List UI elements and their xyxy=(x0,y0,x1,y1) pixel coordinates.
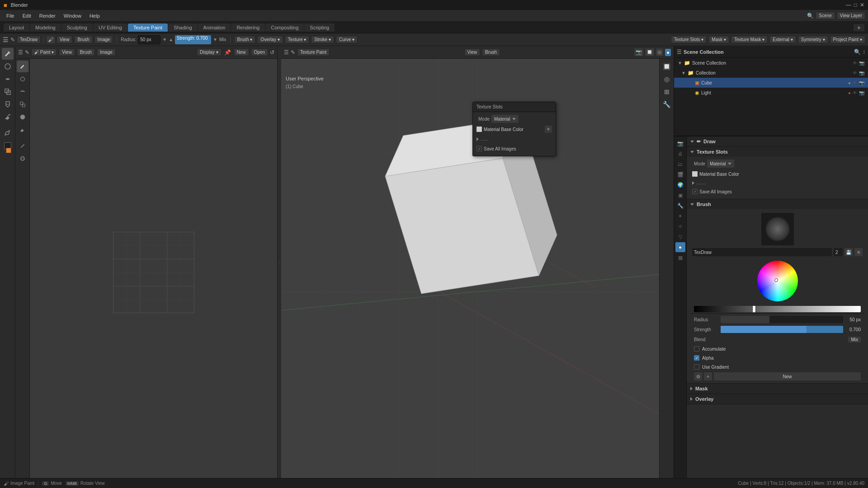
panel-divider[interactable]: ⋮ xyxy=(278,46,281,478)
restrict-icon[interactable]: 📷 xyxy=(859,61,864,66)
add-texture-btn[interactable]: + xyxy=(545,126,552,133)
view-menu[interactable]: View xyxy=(57,36,73,43)
viewport-render-icon[interactable]: 🔲 xyxy=(645,48,654,56)
uv-annotate-tool[interactable] xyxy=(17,140,28,152)
radius-slider-track[interactable] xyxy=(721,316,843,323)
brush-add-icon[interactable]: + xyxy=(704,372,712,380)
outliner-item-light[interactable]: ◉ Light ● 👁 📷 xyxy=(674,88,868,98)
texture-slots-btn[interactable]: Texture Slots ▾ xyxy=(671,36,707,43)
uv-display-menu[interactable]: Display ▾ xyxy=(197,48,222,56)
viewport-mode-icon[interactable]: ✎ xyxy=(291,49,295,56)
uv-new-btn[interactable]: New xyxy=(234,48,249,56)
tool-soften[interactable] xyxy=(2,61,14,72)
brush-close-icon[interactable]: ✕ xyxy=(854,248,863,256)
brush-settings-icon[interactable]: ⚙ xyxy=(694,372,702,380)
uv-fill-tool[interactable] xyxy=(17,111,28,123)
props-tab-object-data[interactable]: ▽ xyxy=(675,232,685,242)
uv-mode-icon[interactable]: ✎ xyxy=(25,49,29,56)
cube-hide-icon[interactable]: 👁 xyxy=(853,80,857,85)
uv-editor-type-icon[interactable]: ☰ xyxy=(18,49,23,56)
radius-down-icon[interactable]: ▼ xyxy=(162,37,167,42)
accumulate-checkbox[interactable] xyxy=(694,346,699,352)
outliner-filter-icon[interactable]: 🔍 xyxy=(854,49,861,55)
uv-draw-tool[interactable] xyxy=(17,61,28,72)
props-tab-render[interactable]: 📷 xyxy=(675,138,685,148)
cube-restrict-icon[interactable]: 📷 xyxy=(859,80,864,85)
props-tab-physics[interactable]: ⚛ xyxy=(675,221,685,231)
outliner-item-scene-collection[interactable]: ▼ 📁 Scene Collection 👁 📷 xyxy=(674,58,868,68)
brush-save-icon[interactable]: 💾 xyxy=(844,248,853,256)
vp-tool-icon-2[interactable]: 🔲 xyxy=(661,61,673,72)
menu-render[interactable]: Render xyxy=(36,12,59,19)
viewport-brush-menu[interactable]: Brush xyxy=(482,48,500,56)
minimize-button[interactable]: — xyxy=(846,2,851,8)
tool-draw[interactable] xyxy=(2,48,14,60)
save-all-right-checkbox[interactable]: ✓ xyxy=(692,189,698,194)
tab-texture-paint[interactable]: Texture Paint xyxy=(128,23,168,32)
uv-brush-menu[interactable]: Brush xyxy=(77,48,95,56)
tab-scripting[interactable]: Scripting xyxy=(304,23,335,32)
uv-sphere-tool[interactable] xyxy=(17,153,28,164)
mode-selector[interactable]: TexDraw xyxy=(17,36,41,43)
mode-value-dropdown[interactable]: Material xyxy=(707,160,734,168)
collection-hide-icon[interactable]: 👁 xyxy=(853,70,857,75)
props-tab-material[interactable]: ● xyxy=(675,242,685,252)
uv-refresh-icon[interactable]: ↺ xyxy=(270,49,274,56)
uv-image-menu[interactable]: Image xyxy=(97,48,116,56)
brush-menu[interactable]: Brush xyxy=(74,36,92,43)
tab-sculpting[interactable]: Sculpting xyxy=(61,23,93,32)
tab-compositing[interactable]: Compositing xyxy=(265,23,304,32)
tab-layout[interactable]: Layout xyxy=(4,23,29,32)
menu-window[interactable]: Window xyxy=(60,12,85,19)
props-tab-view-layer[interactable]: 🗂 xyxy=(675,159,685,169)
project-paint-btn[interactable]: Project Paint ▾ xyxy=(830,36,865,43)
color-value-bar[interactable] xyxy=(694,306,861,312)
add-workspace-btn[interactable]: + xyxy=(854,24,864,31)
view-layer-selector[interactable]: View Layer xyxy=(837,12,865,19)
viewport-camera-icon[interactable]: 📷 xyxy=(634,48,643,56)
tool-clone[interactable] xyxy=(2,86,14,98)
viewport-shading-icon[interactable]: ● xyxy=(665,49,671,56)
maximize-button[interactable]: □ xyxy=(854,2,857,8)
paint-mode-icon[interactable]: ✎ xyxy=(10,37,15,43)
light-restrict-icon[interactable]: ● xyxy=(848,90,851,95)
overlay-menu-btn[interactable]: Overlay ▾ xyxy=(257,36,283,43)
collection-restrict-icon[interactable]: 📷 xyxy=(859,70,864,75)
texture-slots-header[interactable]: Texture Slots xyxy=(687,147,868,157)
radius-up-icon[interactable]: ▲ xyxy=(169,37,173,42)
editor-type-icon[interactable]: ☰ xyxy=(3,36,9,43)
viewport-canvas[interactable]: User Perspective (1) Cube Texture Slots … xyxy=(281,59,674,478)
mode-dropdown[interactable]: Material xyxy=(491,115,519,123)
props-tab-scene[interactable]: 🎬 xyxy=(675,169,685,179)
window-controls[interactable]: — □ ✕ xyxy=(846,2,864,8)
viewport-view-menu[interactable]: View xyxy=(464,48,481,56)
brush-name-field[interactable]: TexDraw xyxy=(692,248,832,256)
close-button[interactable]: ✕ xyxy=(860,2,864,8)
outliner-editor-icon[interactable]: ☰ xyxy=(677,49,682,55)
strength-field[interactable]: Strength: 0.700 xyxy=(175,35,211,44)
save-all-checkbox[interactable]: ✓ xyxy=(476,146,482,151)
outliner-item-cube[interactable]: ▣ Cube ● 👁 📷 xyxy=(674,78,868,88)
props-tab-output[interactable]: 🖨 xyxy=(675,149,685,159)
menu-edit[interactable]: Edit xyxy=(19,12,35,19)
tab-modeling[interactable]: Modeling xyxy=(30,23,61,32)
tool-smear[interactable] xyxy=(2,73,14,85)
blend-dropdown[interactable]: Mix xyxy=(848,337,861,343)
save-all-label[interactable]: Save All Images xyxy=(484,146,552,151)
vp-tool-icon-5[interactable]: 🔧 xyxy=(661,99,673,110)
props-tab-texture[interactable]: ▦ xyxy=(675,253,685,263)
tool-fill[interactable] xyxy=(2,99,14,110)
props-tab-object[interactable]: ▣ xyxy=(675,190,685,200)
outliner-sort-icon[interactable]: ↕ xyxy=(863,49,865,55)
viewport-overlay-icon[interactable]: ◎ xyxy=(656,48,663,56)
uv-smear-tool[interactable] xyxy=(17,86,28,98)
viewport-editor-icon[interactable]: ☰ xyxy=(284,49,289,56)
brush-section-header[interactable]: Brush xyxy=(687,199,868,209)
props-tab-particles[interactable]: ✴ xyxy=(675,211,685,221)
tab-uv-editing[interactable]: UV Editing xyxy=(93,23,127,32)
menu-file[interactable]: File xyxy=(3,12,18,19)
paint-icon[interactable]: 🖌 xyxy=(47,36,55,43)
mask-btn[interactable]: Mask ▾ xyxy=(708,36,729,43)
image-menu[interactable]: Image xyxy=(94,36,113,43)
uv-paint-mode[interactable]: 🖌 Paint ▾ xyxy=(31,48,57,56)
